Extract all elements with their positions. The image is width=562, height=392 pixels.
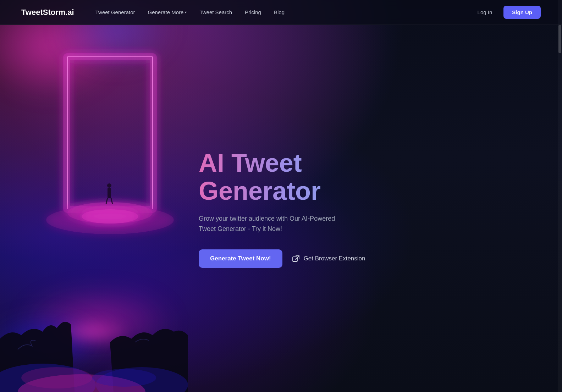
hero-title: AI Tweet Generator [199, 149, 419, 205]
nav-links: Tweet Generator Generate More ▾ Tweet Se… [95, 9, 473, 15]
svg-rect-19 [293, 257, 297, 261]
scrollbar-thumb[interactable] [558, 25, 561, 53]
logo[interactable]: TweetStorm.ai [21, 8, 74, 17]
nav-tweet-search[interactable]: Tweet Search [199, 9, 232, 15]
navbar: TweetStorm.ai Tweet Generator Generate M… [0, 0, 562, 25]
hero-subtitle: Grow your twitter audience with Our AI-P… [199, 214, 419, 234]
get-extension-button[interactable]: Get Browser Extension [292, 255, 365, 263]
extension-label: Get Browser Extension [304, 255, 365, 262]
nav-generate-more[interactable]: Generate More ▾ [148, 9, 187, 15]
hero-actions: Generate Tweet Now! Get Browser Extensio… [199, 249, 419, 268]
nav-tweet-generator[interactable]: Tweet Generator [95, 9, 135, 15]
nav-actions: Log In Sign Up [473, 6, 541, 19]
nav-pricing[interactable]: Pricing [245, 9, 261, 15]
generate-tweet-button[interactable]: Generate Tweet Now! [199, 249, 282, 268]
signup-button[interactable]: Sign Up [503, 6, 541, 19]
nav-blog[interactable]: Blog [274, 9, 285, 15]
chevron-down-icon: ▾ [185, 10, 187, 14]
hero-section: AI Tweet Generator Grow your twitter aud… [0, 25, 562, 392]
login-button[interactable]: Log In [473, 6, 497, 18]
scrollbar[interactable] [558, 0, 562, 392]
external-link-icon [292, 255, 300, 263]
nav-generate-more-label: Generate More [148, 9, 183, 15]
hero-content: AI Tweet Generator Grow your twitter aud… [199, 149, 419, 268]
